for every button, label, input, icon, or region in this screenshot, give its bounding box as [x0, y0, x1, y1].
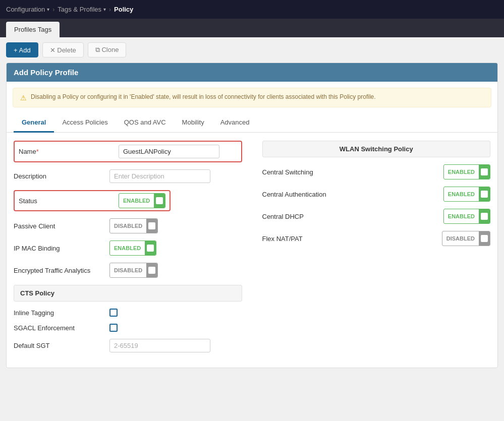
passive-client-toggle[interactable]: DISABLED [109, 218, 158, 233]
ip-mac-row: IP MAC Binding ENABLED [14, 240, 242, 256]
description-label: Description [14, 172, 109, 180]
central-auth-toggle[interactable]: ENABLED [443, 187, 490, 202]
delete-button[interactable]: ✕ Delete [42, 42, 84, 57]
warning-text: Disabling a Policy or configuring it in … [31, 93, 376, 100]
central-dhcp-label-val: ENABLED [444, 211, 479, 221]
passive-client-row: Passive Client DISABLED [14, 218, 242, 233]
ip-mac-square [145, 241, 156, 255]
wlan-section-header: WLAN Switching Policy [262, 141, 491, 157]
cts-section-header: CTS Policy [14, 285, 242, 302]
encrypted-toggle-label: DISABLED [110, 265, 146, 275]
central-switching-square [479, 165, 490, 179]
ip-mac-toggle[interactable]: ENABLED [109, 240, 156, 256]
name-input[interactable] [119, 145, 219, 158]
tab-profiles-tags[interactable]: Profiles Tags [6, 22, 60, 37]
tab-qos-avc[interactable]: QOS and AVC [116, 113, 174, 133]
default-sgt-row: Default SGT [14, 339, 242, 352]
nav-current-policy: Policy [114, 6, 133, 13]
breadcrumb-sep-2: › [109, 6, 111, 13]
passive-client-label: Passive Client [14, 222, 109, 230]
inline-tagging-checkbox[interactable] [109, 309, 118, 317]
central-switching-label: Central Switching [262, 168, 313, 176]
nav-configuration[interactable]: Configuration ▾ [6, 6, 49, 13]
status-row: Status ENABLED [14, 190, 242, 211]
flex-nat-row: Flex NAT/PAT DISABLED [262, 231, 491, 246]
flex-nat-toggle[interactable]: DISABLED [442, 231, 490, 246]
add-button[interactable]: + Add [6, 42, 38, 57]
form-area: Name* Description Status ENABLED [7, 133, 497, 368]
panel-header: Add Policy Profile [7, 63, 497, 82]
sgacl-label: SGACL Enforcement [14, 324, 109, 332]
nav-tags-profiles[interactable]: Tags & Profiles ▾ [58, 6, 106, 13]
default-sgt-input[interactable] [109, 339, 210, 352]
inline-tagging-label: Inline Tagging [14, 309, 109, 317]
status-label: Status [19, 197, 115, 205]
ip-mac-inner [147, 245, 154, 252]
form-left: Name* Description Status ENABLED [14, 141, 242, 359]
flex-nat-label-val: DISABLED [442, 233, 479, 244]
flex-nat-square [479, 231, 490, 246]
inline-tagging-row: Inline Tagging [14, 309, 242, 317]
tab-mobility[interactable]: Mobility [174, 113, 212, 133]
tab-access-policies[interactable]: Access Policies [54, 113, 116, 133]
encrypted-square [146, 263, 157, 277]
encrypted-label: Encrypted Traffic Analytics [14, 267, 109, 274]
ip-mac-toggle-label: ENABLED [110, 243, 145, 253]
ip-mac-label: IP MAC Binding [14, 245, 109, 252]
form-tabs: General Access Policies QOS and AVC Mobi… [7, 113, 497, 133]
top-nav-bar: Configuration ▾ › Tags & Profiles ▾ › Po… [0, 0, 504, 19]
status-toggle-label: ENABLED [119, 196, 154, 206]
central-dhcp-square [479, 209, 490, 223]
config-dropdown-icon: ▾ [47, 7, 49, 12]
central-auth-row: Central Authentication ENABLED [262, 187, 491, 202]
central-auth-label-val: ENABLED [444, 189, 479, 199]
central-auth-square [479, 187, 490, 201]
top-tab-bar: Profiles Tags [0, 19, 504, 37]
status-toggle-square [154, 194, 165, 208]
warning-icon: ⚠ [20, 94, 27, 102]
encrypted-toggle[interactable]: DISABLED [109, 263, 158, 278]
tags-dropdown-icon: ▾ [103, 7, 106, 12]
central-dhcp-toggle[interactable]: ENABLED [443, 209, 490, 224]
status-toggle-inner [156, 197, 163, 204]
add-policy-panel: Add Policy Profile ⚠ Disabling a Policy … [6, 63, 498, 368]
warning-banner: ⚠ Disabling a Policy or configuring it i… [13, 88, 491, 107]
central-switching-label-val: ENABLED [444, 167, 479, 177]
encrypted-inner [148, 267, 155, 274]
passive-client-inner [148, 222, 155, 229]
sgacl-row: SGACL Enforcement [14, 324, 242, 332]
encrypted-row: Encrypted Traffic Analytics DISABLED [14, 263, 242, 278]
name-label: Name* [19, 148, 115, 155]
central-dhcp-label: Central DHCP [262, 213, 304, 220]
status-toggle[interactable]: ENABLED [119, 193, 165, 208]
central-dhcp-row: Central DHCP ENABLED [262, 209, 491, 224]
name-row: Name* [14, 141, 242, 162]
form-right: WLAN Switching Policy Central Switching … [262, 141, 491, 359]
tab-advanced[interactable]: Advanced [212, 113, 258, 133]
default-sgt-label: Default SGT [14, 342, 109, 349]
flex-nat-label: Flex NAT/PAT [262, 235, 303, 243]
central-switching-row: Central Switching ENABLED [262, 164, 491, 179]
tab-general[interactable]: General [14, 113, 54, 133]
main-content: Add Policy Profile ⚠ Disabling a Policy … [0, 63, 504, 378]
passive-client-square [146, 219, 157, 233]
central-switching-toggle[interactable]: ENABLED [443, 164, 490, 179]
clone-button[interactable]: ⧉ Clone [88, 42, 127, 57]
central-auth-label: Central Authentication [262, 191, 326, 198]
breadcrumb-sep-1: › [52, 6, 54, 13]
passive-client-toggle-label: DISABLED [110, 221, 146, 231]
sgacl-checkbox[interactable] [109, 324, 118, 332]
description-row: Description [14, 169, 242, 183]
toolbar: + Add ✕ Delete ⧉ Clone [0, 37, 504, 63]
description-input[interactable] [109, 169, 210, 183]
